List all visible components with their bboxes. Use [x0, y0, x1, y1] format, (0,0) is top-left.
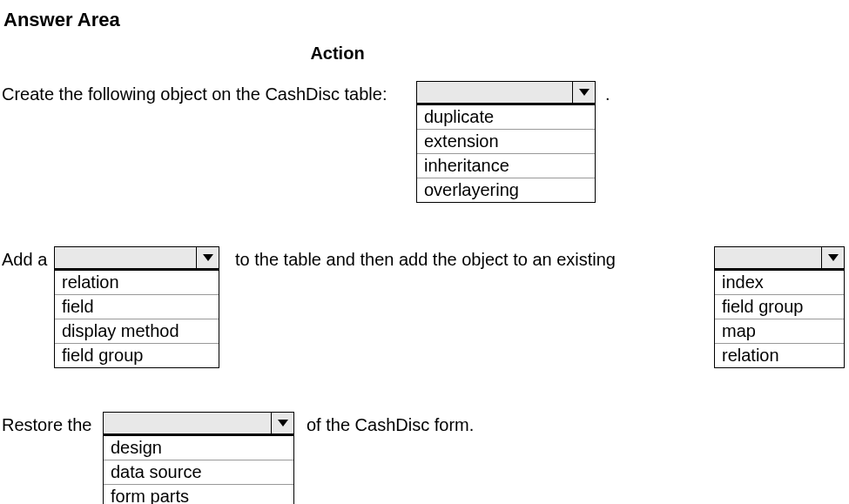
chevron-down-icon: [271, 413, 293, 433]
svg-marker-2: [828, 254, 839, 261]
row2-text2: to the table and then add the object to …: [235, 250, 616, 270]
row1-text: Create the following object on the CashD…: [2, 84, 387, 104]
svg-marker-0: [579, 89, 590, 96]
option-field[interactable]: field: [55, 295, 219, 319]
select-value: [104, 413, 271, 433]
options-existing: index field group map relation: [714, 269, 845, 368]
option-duplicate[interactable]: duplicate: [417, 105, 595, 130]
option-field-group[interactable]: field group: [55, 344, 219, 367]
page-title: Answer Area: [0, 9, 849, 31]
option-map[interactable]: map: [715, 319, 844, 344]
row3-text1: Restore the: [2, 415, 91, 435]
option-relation[interactable]: relation: [55, 271, 219, 295]
option-relation2[interactable]: relation: [715, 344, 844, 367]
option-field-group2[interactable]: field group: [715, 295, 844, 319]
select-value: [55, 247, 196, 268]
options-add: relation field display method field grou…: [54, 269, 219, 368]
question-row-1: Create the following object on the CashD…: [0, 81, 849, 212]
row1-period: .: [605, 84, 610, 104]
option-design[interactable]: design: [104, 436, 293, 460]
select-restore[interactable]: [103, 412, 294, 434]
svg-marker-1: [203, 254, 213, 261]
option-data-source[interactable]: data source: [104, 460, 293, 485]
dropdown-restore: design data source form parts form metho…: [103, 412, 294, 504]
options-object-type: duplicate extension inheritance overlaye…: [416, 104, 596, 203]
option-index[interactable]: index: [715, 271, 844, 295]
dropdown-add: relation field display method field grou…: [54, 246, 219, 368]
select-existing[interactable]: [714, 246, 845, 269]
chevron-down-icon: [821, 247, 844, 268]
select-value: [417, 82, 572, 103]
option-inheritance[interactable]: inheritance: [417, 154, 595, 178]
option-overlayering[interactable]: overlayering: [417, 178, 595, 202]
select-value: [715, 247, 821, 268]
option-display-method[interactable]: display method: [55, 319, 219, 344]
row2-text1: Add a: [2, 250, 47, 270]
chevron-down-icon: [196, 247, 219, 268]
question-row-3: Restore the design data source form part…: [0, 412, 849, 504]
option-extension[interactable]: extension: [417, 130, 595, 154]
option-form-parts[interactable]: form parts: [104, 485, 293, 504]
select-add[interactable]: [54, 246, 219, 269]
action-heading: Action: [0, 44, 849, 64]
options-restore: design data source form parts form metho…: [103, 434, 294, 504]
question-row-2: Add a relation field display method fiel…: [0, 246, 849, 377]
row3-text2: of the CashDisc form.: [307, 415, 474, 435]
dropdown-existing: index field group map relation: [714, 246, 845, 368]
svg-marker-3: [278, 420, 288, 427]
dropdown-object-type: duplicate extension inheritance overlaye…: [416, 81, 596, 203]
select-object-type[interactable]: [416, 81, 596, 104]
chevron-down-icon: [572, 82, 595, 103]
